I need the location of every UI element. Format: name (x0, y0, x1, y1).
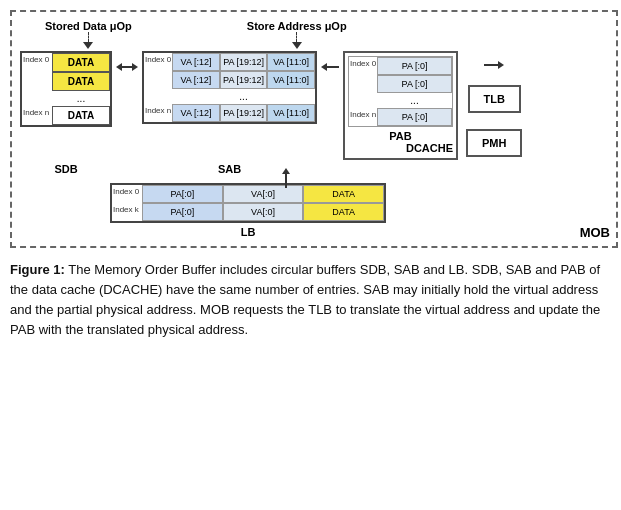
sab-cell-pa1912-n: PA [19:12] (220, 104, 268, 122)
sab-index-1 (144, 71, 172, 89)
pab-row-1: PA [:0] (349, 75, 452, 93)
pab-label: PAB (345, 130, 456, 142)
sdb-row-0: Index 0 DATA (22, 53, 110, 72)
sab-row-n: Index n VA [:12] PA [19:12] VA [11:0] (144, 104, 315, 122)
sdb-sab-labels: SDB SAB (20, 163, 608, 175)
pab-cell-n: PA [:0] (377, 108, 452, 126)
store-address-uop-group: Store Address μOp (247, 20, 347, 49)
pab-dcache-block: Index 0 PA [:0] PA [:0] ... Index n PA [… (343, 51, 458, 160)
pab-index-0: Index 0 (349, 57, 377, 75)
sab-cell-va110-0: VA [11:0] (267, 53, 315, 71)
up-arrow-lb-sab (282, 168, 290, 188)
store-address-uop-label: Store Address μOp (247, 20, 347, 32)
sdb-index-n: Index n (22, 106, 52, 125)
sab-cell-va12-0: VA [:12] (172, 53, 220, 71)
pab-dots: ... (377, 93, 452, 108)
dcache-label: DCACHE (345, 142, 456, 154)
bidir-arrow-sdb-sab (116, 63, 138, 71)
sdb-cell-1: DATA (52, 72, 110, 91)
lb-cell-data-0: DATA (303, 185, 384, 203)
mob-label: MOB (580, 225, 610, 240)
arrow-to-tlb (484, 61, 504, 69)
sab-cell-pa1912-1: PA [19:12] (220, 71, 268, 89)
lb-row-k: Index k PA[:0] VA[:0] DATA (112, 203, 384, 221)
lb-row-0: Index 0 PA[:0] VA[:0] DATA (112, 185, 384, 203)
sdb-index-1 (22, 72, 52, 91)
stored-data-uop-group: Stored Data μOp (45, 20, 132, 49)
caption-text: The Memory Order Buffer includes circula… (10, 262, 600, 337)
lb-index-0: Index 0 (112, 185, 142, 203)
lb-cell-pa0-k: PA[:0] (142, 203, 223, 221)
sab-label: SAB (142, 163, 317, 175)
sab-cell-va110-1: VA [11:0] (267, 71, 315, 89)
pab-cell-0: PA [:0] (377, 57, 452, 75)
lb-area: Index 0 PA[:0] VA[:0] DATA Index k PA[:0… (110, 183, 608, 238)
sab-cell-pa1912-0: PA [19:12] (220, 53, 268, 71)
pab-inner: Index 0 PA [:0] PA [:0] ... Index n PA [… (348, 56, 453, 127)
sdb-block: Index 0 DATA DATA ... Index n DATA (20, 51, 112, 127)
caption: Figure 1: The Memory Order Buffer includ… (10, 260, 611, 341)
arrow-sab-pab (321, 63, 339, 71)
diagram-container: Stored Data μOp Store Address μOp Index … (10, 10, 618, 248)
lb-cell-data-k: DATA (303, 203, 384, 221)
sdb-label: SDB (20, 163, 112, 175)
sdb-row-n: Index n DATA (22, 106, 110, 125)
pmh-box: PMH (466, 129, 522, 157)
sab-block: Index 0 VA [:12] PA [19:12] VA [11:0] VA… (142, 51, 317, 124)
sab-dots: ... (172, 89, 315, 104)
main-blocks-row: Index 0 DATA DATA ... Index n DATA (20, 51, 608, 160)
sdb-dots: ... (52, 91, 110, 106)
pab-row-0: Index 0 PA [:0] (349, 57, 452, 75)
caption-label: Figure 1: (10, 262, 65, 277)
sab-index-0: Index 0 (144, 53, 172, 71)
sab-row-0: Index 0 VA [:12] PA [19:12] VA [11:0] (144, 53, 315, 71)
top-arrow-labels: Stored Data μOp Store Address μOp (20, 20, 608, 49)
down-arrow-stored (83, 32, 93, 49)
sdb-cell-n: DATA (52, 106, 110, 125)
tlb-box: TLB (468, 85, 521, 113)
lb-block: Index 0 PA[:0] VA[:0] DATA Index k PA[:0… (110, 183, 386, 223)
pab-row-n: Index n PA [:0] (349, 108, 452, 126)
right-connector-col: TLB PMH (466, 61, 522, 157)
sdb-index-0: Index 0 (22, 53, 52, 72)
lb-cell-va0-k: VA[:0] (223, 203, 304, 221)
sab-cell-va12-1: VA [:12] (172, 71, 220, 89)
lb-index-k: Index k (112, 203, 142, 221)
lb-cell-pa0-0: PA[:0] (142, 185, 223, 203)
stored-data-uop-label: Stored Data μOp (45, 20, 132, 32)
sab-row-1: VA [:12] PA [19:12] VA [11:0] (144, 71, 315, 89)
sdb-cell-0: DATA (52, 53, 110, 72)
lb-label: LB (110, 226, 386, 238)
lb-cell-va0-0: VA[:0] (223, 185, 304, 203)
sab-cell-va110-n: VA [11:0] (267, 104, 315, 122)
sab-cell-va12-n: VA [:12] (172, 104, 220, 122)
pab-index-n: Index n (349, 108, 377, 126)
down-arrow-address (292, 32, 302, 49)
pab-index-1 (349, 75, 377, 93)
pab-cell-1: PA [:0] (377, 75, 452, 93)
sdb-row-1: DATA (22, 72, 110, 91)
sab-index-n: Index n (144, 104, 172, 122)
